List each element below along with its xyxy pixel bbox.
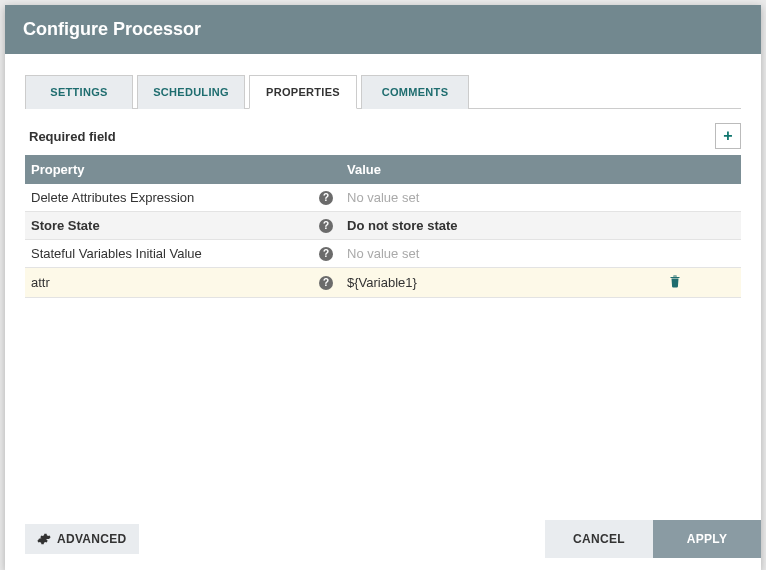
trash-icon[interactable] — [669, 274, 681, 288]
table-row[interactable]: Store State?Do not store state — [25, 212, 741, 240]
configure-processor-dialog: Configure Processor SETTINGSSCHEDULINGPR… — [5, 5, 761, 570]
property-name: Store State — [31, 218, 100, 233]
table-row[interactable]: attr?${Variable1} — [25, 268, 741, 298]
cancel-button[interactable]: CANCEL — [545, 520, 653, 558]
section-title: Required field — [25, 129, 116, 144]
col-header-property: Property — [25, 155, 341, 184]
property-name: Stateful Variables Initial Value — [31, 246, 202, 261]
apply-button[interactable]: APPLY — [653, 520, 761, 558]
add-property-button[interactable]: + — [715, 123, 741, 149]
gear-icon — [37, 532, 51, 546]
help-icon[interactable]: ? — [319, 247, 333, 261]
help-icon[interactable]: ? — [319, 219, 333, 233]
table-row[interactable]: Stateful Variables Initial Value?No valu… — [25, 240, 741, 268]
advanced-label: ADVANCED — [57, 532, 127, 546]
help-icon[interactable]: ? — [319, 276, 333, 290]
col-header-actions — [663, 155, 741, 184]
plus-icon: + — [723, 127, 732, 145]
property-name: Delete Attributes Expression — [31, 190, 194, 205]
col-header-value: Value — [341, 155, 663, 184]
advanced-button[interactable]: ADVANCED — [25, 524, 139, 554]
dialog-title: Configure Processor — [5, 5, 761, 54]
tab-scheduling[interactable]: SCHEDULING — [137, 75, 245, 109]
tab-bar: SETTINGSSCHEDULINGPROPERTIESCOMMENTS — [25, 74, 741, 109]
tab-comments[interactable]: COMMENTS — [361, 75, 469, 109]
property-value[interactable]: Do not store state — [347, 218, 458, 233]
property-name: attr — [31, 275, 50, 290]
help-icon[interactable]: ? — [319, 191, 333, 205]
properties-table: Property Value Delete Attributes Express… — [25, 155, 741, 298]
tab-properties[interactable]: PROPERTIES — [249, 75, 357, 109]
tab-settings[interactable]: SETTINGS — [25, 75, 133, 109]
table-row[interactable]: Delete Attributes Expression?No value se… — [25, 184, 741, 212]
property-value[interactable]: ${Variable1} — [347, 275, 417, 290]
property-value[interactable]: No value set — [347, 246, 419, 261]
property-value[interactable]: No value set — [347, 190, 419, 205]
